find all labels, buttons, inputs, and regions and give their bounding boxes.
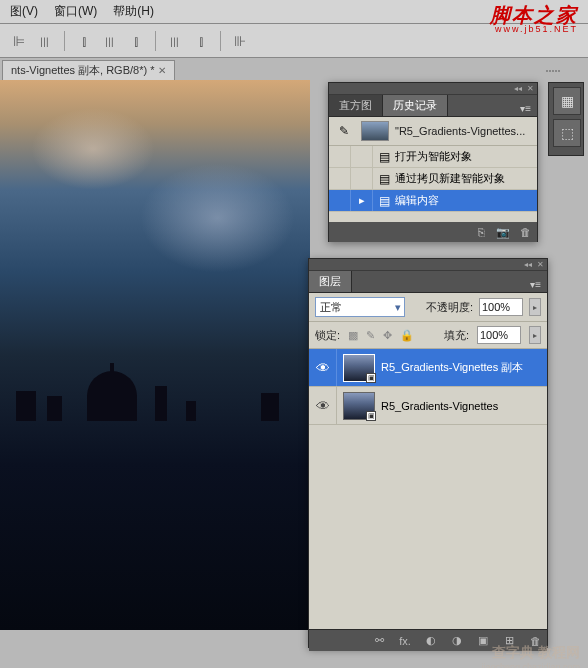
history-marker-icon: ▸ bbox=[351, 190, 373, 211]
blend-mode-select[interactable]: 正常 bbox=[315, 297, 405, 317]
menu-view[interactable]: 图(V) bbox=[2, 1, 46, 22]
history-panel: ◂◂ ✕ 直方图 历史记录 ▾≡ ✎ "R5_Gradients-Vignett… bbox=[328, 82, 538, 242]
document-icon: ▤ bbox=[377, 172, 391, 186]
smart-object-icon: ▣ bbox=[366, 373, 376, 383]
layer-mask-icon[interactable]: ◐ bbox=[423, 633, 439, 649]
history-item-label: 通过拷贝新建智能对象 bbox=[395, 171, 505, 186]
document-icon: ▤ bbox=[377, 150, 391, 164]
tab-histogram[interactable]: 直方图 bbox=[329, 95, 383, 116]
close-icon[interactable]: ✕ bbox=[535, 261, 545, 269]
layer-row[interactable]: 👁 ▣ R5_Gradients-Vignettes bbox=[309, 387, 547, 425]
layers-panel: ◂◂ ✕ 图层 ▾≡ 正常 不透明度: 100% ▸ 锁定: ▩ ✎ ✥ 🔒 填… bbox=[308, 258, 548, 648]
distribute-space-v-icon[interactable]: ⫿ bbox=[190, 30, 212, 52]
distribute-v-icon[interactable]: ⫼ bbox=[99, 30, 121, 52]
lock-pixels-icon[interactable]: ✎ bbox=[366, 329, 375, 342]
visibility-icon[interactable]: 👁 bbox=[309, 387, 337, 424]
new-doc-from-state-icon[interactable]: ⎘ bbox=[473, 224, 489, 240]
layer-row[interactable]: 👁 ▣ R5_Gradients-Vignettes 副本 bbox=[309, 349, 547, 387]
layer-name: R5_Gradients-Vignettes bbox=[381, 400, 498, 412]
history-item[interactable]: ▸ ▤ 编辑内容 bbox=[329, 190, 537, 212]
layer-thumbnail[interactable]: ▣ bbox=[343, 354, 375, 382]
side-dock: ▦ ⬚ bbox=[548, 82, 584, 156]
document-icon: ▤ bbox=[377, 194, 391, 208]
layer-fx-icon[interactable]: fx. bbox=[397, 633, 413, 649]
site-watermark-url: www.jb51.NET bbox=[495, 24, 578, 34]
group-icon[interactable]: ▣ bbox=[475, 633, 491, 649]
history-item[interactable]: ▤ 打开为智能对象 bbox=[329, 146, 537, 168]
document-tab-bar: nts-Vignettes 副本, RGB/8*) * ✕ bbox=[0, 58, 588, 80]
close-icon[interactable]: ✕ bbox=[158, 65, 166, 76]
distribute-icon[interactable]: ⫿ bbox=[125, 30, 147, 52]
fill-label: 填充: bbox=[444, 328, 469, 343]
lock-transparency-icon[interactable]: ▩ bbox=[348, 329, 358, 342]
history-snapshot[interactable]: ✎ "R5_Gradients-Vignettes... bbox=[329, 117, 537, 146]
snapshot-thumb-icon bbox=[361, 121, 389, 141]
opacity-label: 不透明度: bbox=[426, 300, 473, 315]
tab-history[interactable]: 历史记录 bbox=[383, 95, 448, 116]
bottom-watermark: 查字典 教程网 bbox=[492, 644, 580, 662]
close-icon[interactable]: ✕ bbox=[525, 85, 535, 93]
distribute-h-icon[interactable]: ⫿ bbox=[73, 30, 95, 52]
trash-icon[interactable]: 🗑 bbox=[517, 224, 533, 240]
align-center-icon[interactable]: ⫼ bbox=[34, 30, 56, 52]
panel-titlebar[interactable]: ◂◂ ✕ bbox=[309, 259, 547, 271]
canvas[interactable] bbox=[0, 80, 310, 630]
collapse-icon[interactable]: ◂◂ bbox=[513, 85, 523, 93]
brush-icon: ✎ bbox=[337, 124, 351, 138]
opacity-stepper[interactable]: ▸ bbox=[529, 298, 541, 316]
layer-thumbnail[interactable]: ▣ bbox=[343, 392, 375, 420]
history-footer: ⎘ 📷 🗑 bbox=[329, 222, 537, 242]
lock-label: 锁定: bbox=[315, 328, 340, 343]
adjustment-layer-icon[interactable]: ◑ bbox=[449, 633, 465, 649]
collapse-icon[interactable]: ◂◂ bbox=[523, 261, 533, 269]
snapshot-name: "R5_Gradients-Vignettes... bbox=[395, 125, 525, 137]
layer-name: R5_Gradients-Vignettes 副本 bbox=[381, 360, 523, 375]
distribute-space-h-icon[interactable]: ⫼ bbox=[164, 30, 186, 52]
styles-icon[interactable]: ⬚ bbox=[553, 119, 581, 147]
document-tab-title: nts-Vignettes 副本, RGB/8*) * bbox=[11, 63, 154, 78]
panel-menu-icon[interactable]: ▾≡ bbox=[514, 101, 537, 116]
panel-menu-icon[interactable]: ▾≡ bbox=[524, 277, 547, 292]
layers-lock-row: 锁定: ▩ ✎ ✥ 🔒 填充: 100% ▸ bbox=[309, 322, 547, 349]
lock-all-icon[interactable]: 🔒 bbox=[400, 329, 414, 342]
link-layers-icon[interactable]: ⚯ bbox=[371, 633, 387, 649]
opacity-input[interactable]: 100% bbox=[479, 298, 523, 316]
tab-layers[interactable]: 图层 bbox=[309, 271, 352, 292]
new-snapshot-icon[interactable]: 📷 bbox=[495, 224, 511, 240]
panel-titlebar[interactable]: ◂◂ ✕ bbox=[329, 83, 537, 95]
smart-object-icon: ▣ bbox=[366, 411, 376, 421]
panel-tabs: 图层 ▾≡ bbox=[309, 271, 547, 293]
layers-body: 正常 不透明度: 100% ▸ 锁定: ▩ ✎ ✥ 🔒 填充: 100% ▸ 👁… bbox=[309, 293, 547, 629]
layers-blend-row: 正常 不透明度: 100% ▸ bbox=[309, 293, 547, 322]
history-item[interactable]: ▤ 通过拷贝新建智能对象 bbox=[329, 168, 537, 190]
layers-list: 👁 ▣ R5_Gradients-Vignettes 副本 👁 ▣ R5_Gra… bbox=[309, 349, 547, 629]
swatches-icon[interactable]: ▦ bbox=[553, 87, 581, 115]
panel-drag-handle[interactable] bbox=[546, 70, 562, 76]
history-item-label: 编辑内容 bbox=[395, 193, 439, 208]
panel-tabs: 直方图 历史记录 ▾≡ bbox=[329, 95, 537, 117]
fill-input[interactable]: 100% bbox=[477, 326, 521, 344]
document-tab[interactable]: nts-Vignettes 副本, RGB/8*) * ✕ bbox=[2, 60, 175, 80]
history-item-label: 打开为智能对象 bbox=[395, 149, 472, 164]
history-body: ✎ "R5_Gradients-Vignettes... ▤ 打开为智能对象 ▤… bbox=[329, 117, 537, 222]
bottom-watermark-url: jiaocheng.chazidian.com bbox=[481, 662, 580, 668]
align-left-icon[interactable]: ⊫ bbox=[8, 30, 30, 52]
menu-window[interactable]: 窗口(W) bbox=[46, 1, 105, 22]
canvas-image bbox=[0, 80, 310, 630]
visibility-icon[interactable]: 👁 bbox=[309, 349, 337, 386]
menu-help[interactable]: 帮助(H) bbox=[105, 1, 162, 22]
auto-align-icon[interactable]: ⊪ bbox=[229, 30, 251, 52]
lock-position-icon[interactable]: ✥ bbox=[383, 329, 392, 342]
fill-stepper[interactable]: ▸ bbox=[529, 326, 541, 344]
